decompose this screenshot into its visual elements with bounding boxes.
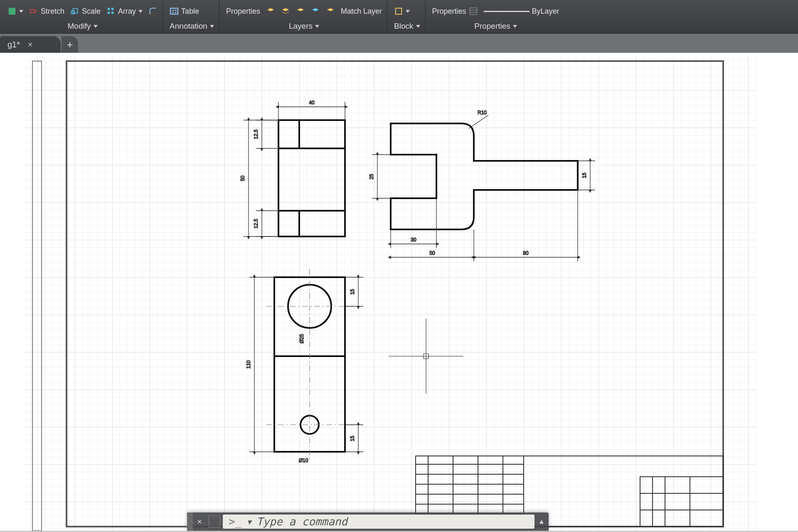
- file-tab-active[interactable]: g1* ✕: [0, 36, 61, 53]
- linetype-selector[interactable]: ByLayer: [484, 7, 559, 16]
- layer-tool-1[interactable]: [266, 7, 275, 16]
- cmd-grip[interactable]: [187, 512, 193, 531]
- dim-top-mid: 50: [240, 175, 246, 181]
- layer-tool-5[interactable]: [326, 7, 335, 16]
- panel-layers: Properties Match Layer Layers: [221, 0, 387, 32]
- layer-properties-label: Properties: [226, 7, 260, 16]
- svg-rect-7: [111, 12, 114, 14]
- svg-rect-8: [170, 8, 178, 15]
- dim-fork-radius: R10: [478, 110, 487, 116]
- dim-top-h2: 12.5: [253, 219, 259, 229]
- stretch-button[interactable]: Stretch: [29, 7, 64, 16]
- svg-rect-10: [470, 8, 477, 15]
- new-tab-button[interactable]: +: [62, 36, 78, 53]
- stretch-label: Stretch: [41, 7, 64, 16]
- dim-fork-right: 80: [523, 250, 529, 256]
- drawing-svg: 40 12.5 50 12.5 R10 25 15 30 50: [0, 53, 798, 531]
- panel-title-properties[interactable]: Properties: [432, 22, 559, 32]
- dim-top-h1: 12.5: [253, 129, 259, 139]
- scale-button[interactable]: Scale: [70, 7, 101, 16]
- layer-tool-4[interactable]: [311, 7, 320, 16]
- array-button[interactable]: Array: [106, 7, 143, 16]
- properties-button[interactable]: Properties: [432, 7, 478, 16]
- panel-annotation: Table Annotation: [165, 0, 219, 32]
- command-placeholder: Type a command: [256, 515, 347, 528]
- layer-tool-3[interactable]: [296, 7, 305, 16]
- cmd-caret-icon: >_: [229, 515, 241, 528]
- cmd-bullet-icon: ▾: [246, 515, 252, 528]
- array-label: Array: [118, 7, 136, 16]
- dim-fork-gap: 25: [369, 174, 374, 180]
- properties-label: Properties: [432, 7, 466, 16]
- dim-fork-height: 15: [581, 172, 587, 178]
- scale-label: Scale: [82, 7, 101, 16]
- match-layer-label: Match Layer: [341, 7, 382, 16]
- ribbon: Stretch Scale Array Modify Table Annotat…: [0, 0, 798, 34]
- dim-fork-notch: 30: [411, 237, 416, 243]
- cmd-customize-icon[interactable]: [209, 516, 220, 527]
- fillet-button[interactable]: [148, 7, 158, 16]
- panel-title-annotation[interactable]: Annotation: [170, 22, 214, 32]
- dim-plan-bot: 15: [350, 436, 355, 441]
- svg-rect-5: [111, 8, 114, 10]
- layer-properties-button[interactable]: Properties: [226, 7, 260, 16]
- svg-rect-9: [396, 8, 402, 15]
- dim-fork-left: 50: [429, 250, 435, 256]
- cmd-close-icon[interactable]: ×: [193, 517, 206, 527]
- table-button[interactable]: Table: [170, 7, 199, 16]
- svg-rect-4: [108, 8, 110, 10]
- dim-top-width: 40: [309, 100, 315, 106]
- dim-plan-bighole: Ø25: [299, 334, 305, 343]
- panel-title-layers[interactable]: Layers: [226, 22, 382, 32]
- unknown-tool-1[interactable]: [7, 7, 23, 16]
- layer-tool-2[interactable]: [281, 7, 290, 16]
- panel-modify: Stretch Scale Array Modify: [2, 0, 163, 32]
- cmd-expand-icon[interactable]: ▲: [534, 518, 549, 525]
- close-tab-icon[interactable]: ✕: [27, 41, 33, 49]
- panel-properties: Properties ByLayer Properties: [427, 0, 564, 32]
- match-layer-button[interactable]: Match Layer: [341, 7, 382, 16]
- svg-rect-1: [30, 10, 35, 12]
- panel-title-modify[interactable]: Modify: [7, 22, 158, 32]
- file-tab-label: g1*: [7, 40, 20, 49]
- drawing-canvas[interactable]: 40 12.5 50 12.5 R10 25 15 30 50: [0, 53, 798, 531]
- svg-rect-0: [9, 8, 16, 15]
- dim-plan-top: 15: [350, 289, 355, 295]
- panel-title-block[interactable]: Block: [394, 22, 420, 32]
- table-label: Table: [181, 7, 199, 16]
- linetype-label: ByLayer: [532, 7, 559, 16]
- svg-rect-6: [108, 12, 110, 14]
- dim-plan-total: 110: [246, 360, 251, 369]
- panel-block: Block: [389, 0, 425, 32]
- command-line[interactable]: × >_ ▾ Type a command ▲: [187, 512, 549, 531]
- file-tabstrip: g1* ✕ +: [0, 34, 798, 53]
- dim-plan-smallhole: Ø10: [299, 458, 308, 463]
- block-tool[interactable]: [394, 7, 410, 16]
- command-input[interactable]: >_ ▾ Type a command: [223, 515, 534, 529]
